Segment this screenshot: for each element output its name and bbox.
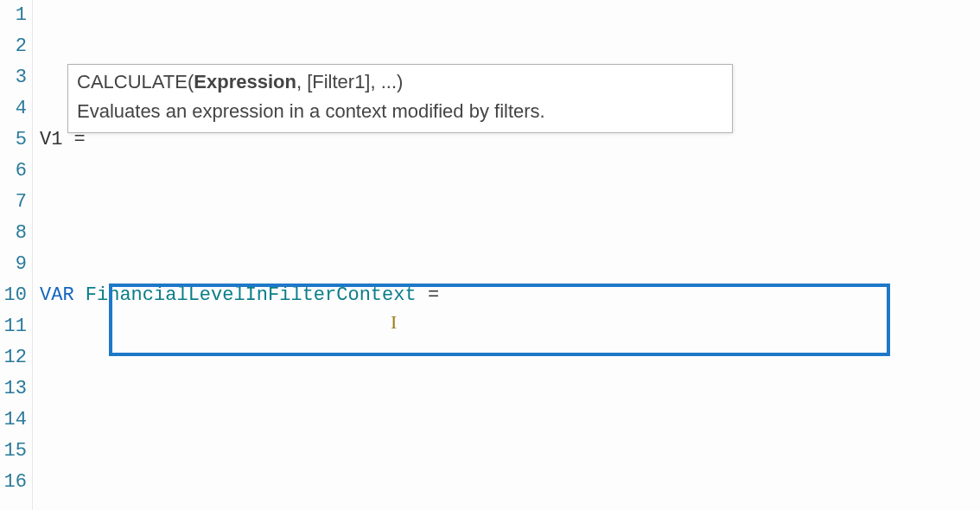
line-number: 9 bbox=[0, 249, 27, 280]
line-number: 3 bbox=[0, 62, 27, 93]
line-number: 8 bbox=[0, 218, 27, 249]
line-number: 7 bbox=[0, 187, 27, 218]
line-number: 12 bbox=[0, 342, 27, 373]
tooltip-signature: CALCULATE(Expression, [Filter1], ...) bbox=[77, 68, 723, 98]
line-number: 14 bbox=[0, 405, 27, 436]
line-number: 13 bbox=[0, 373, 27, 405]
line-number: 16 bbox=[0, 467, 27, 498]
line-number: 6 bbox=[0, 156, 27, 187]
line-number: 11 bbox=[0, 311, 27, 342]
line-number: 10 bbox=[0, 280, 27, 311]
line-number: 1 bbox=[0, 0, 27, 31]
var-keyword: VAR bbox=[40, 284, 74, 306]
intellisense-tooltip: CALCULATE(Expression, [Filter1], ...) Ev… bbox=[67, 64, 733, 133]
line-number: 15 bbox=[0, 436, 27, 467]
code-line[interactable]: VAR FinancialLevelInFilterContext = bbox=[40, 280, 980, 311]
line-number: 5 bbox=[0, 124, 27, 156]
code-line[interactable] bbox=[40, 436, 980, 467]
line-number: 4 bbox=[0, 93, 27, 124]
tooltip-description: Evaluates an expression in a context mod… bbox=[77, 98, 723, 127]
line-number-gutter: 1 2 3 4 5 6 7 8 9 10 11 12 13 14 15 16 bbox=[0, 0, 33, 510]
measure-name: V1 bbox=[40, 129, 62, 150]
identifier: FinancialLevelInFilterContext bbox=[86, 284, 417, 306]
line-number: 2 bbox=[0, 31, 27, 62]
